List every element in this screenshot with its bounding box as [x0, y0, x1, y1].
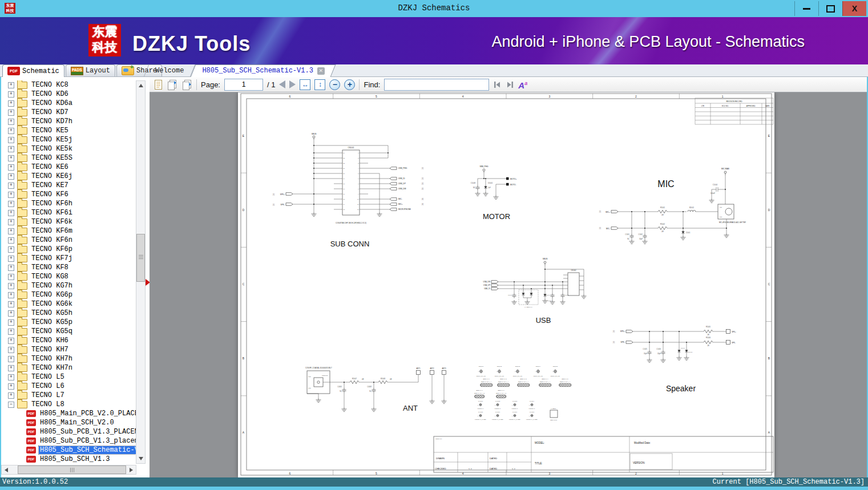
- tree-file-item[interactable]: PDFH805_Sub_SCH_Schematic-V1.3: [1, 446, 136, 455]
- expand-icon[interactable]: +: [8, 283, 14, 289]
- scroll-down-button[interactable]: [136, 454, 145, 463]
- expand-icon[interactable]: +: [8, 164, 14, 171]
- zoom-in-button[interactable]: +: [344, 79, 355, 90]
- expand-icon[interactable]: +: [8, 173, 14, 180]
- folder-icon: [17, 237, 27, 244]
- previous-page-button[interactable]: [279, 80, 285, 88]
- minimize-button[interactable]: [794, 1, 818, 16]
- expand-icon[interactable]: +: [8, 237, 14, 244]
- svg-text:ANT3: ANT3: [442, 367, 446, 370]
- expand-icon[interactable]: +: [8, 201, 14, 207]
- expand-icon[interactable]: +: [8, 338, 14, 344]
- expand-icon[interactable]: +: [8, 374, 14, 380]
- svg-text:20: 20: [344, 173, 345, 174]
- tree-file-item[interactable]: PDFH805_Sub_SCH_V1.3: [1, 455, 136, 464]
- page-input[interactable]: [224, 79, 263, 91]
- pads-icon: PADS: [71, 67, 83, 75]
- next-page-button[interactable]: [289, 80, 296, 88]
- expand-icon[interactable]: +: [8, 329, 14, 335]
- expand-icon[interactable]: +: [8, 137, 14, 143]
- find-previous-icon[interactable]: [493, 81, 502, 88]
- maximize-button[interactable]: [818, 1, 842, 16]
- file-tree[interactable]: +TECNO KC8+TECNO KD6+TECNO KD6a+TECNO KD…: [1, 80, 136, 464]
- sheet-frame: [241, 94, 772, 475]
- arrow-left-icon: [5, 468, 8, 472]
- viewer-canvas[interactable]: 665544332211EEDDCCBBAA REVISION RECORDLT…: [150, 92, 867, 477]
- tree-file-item[interactable]: PDFH805_Sub_PCB_V1.3_placement: [1, 436, 136, 446]
- tab-welcome[interactable]: Welcome: [146, 64, 193, 77]
- scroll-left-button[interactable]: [2, 465, 11, 474]
- svg-text:C1006: C1006: [546, 294, 551, 296]
- expand-icon[interactable]: +: [8, 256, 14, 262]
- panel-symbols-section: DRILL11DRILL_3.0_UPDRILL21DRILL_3.0_UPDR…: [474, 366, 571, 421]
- expand-icon[interactable]: +: [8, 192, 14, 198]
- expand-icon[interactable]: +: [8, 155, 14, 161]
- tree-file-item[interactable]: PDFH805_Sub_PCB_V1.3_PLACEMENT: [1, 427, 136, 436]
- svg-text:100nF: 100nF: [710, 192, 715, 195]
- vertical-scrollbar-thumb[interactable]: [136, 234, 145, 282]
- scroll-right-button[interactable]: [127, 465, 136, 474]
- svg-text:SPK-: SPK-: [281, 204, 285, 206]
- find-next-icon[interactable]: [506, 81, 514, 88]
- expand-icon[interactable]: +: [8, 82, 14, 88]
- prev-doc-page-icon[interactable]: [167, 79, 177, 90]
- expand-icon[interactable]: +: [8, 292, 14, 298]
- svg-text:MIC BIAS: MIC BIAS: [721, 168, 729, 170]
- expand-icon[interactable]: +: [8, 128, 14, 134]
- scroll-up-button[interactable]: [136, 81, 145, 90]
- expand-icon[interactable]: +: [8, 356, 14, 362]
- tab-document-current[interactable]: H805_Sub_SCH_Schematic-V1.3 ✕: [193, 64, 333, 77]
- svg-text:MIC-4P03-M6-BRAK20-A12-GETTBF: MIC-4P03-M6-BRAK20-A12-GETTBF: [719, 221, 746, 224]
- vertical-scrollbar[interactable]: [136, 80, 146, 464]
- svg-text:GND: GND: [308, 387, 311, 388]
- expand-icon[interactable]: +: [8, 146, 14, 152]
- expand-icon[interactable]: +: [8, 210, 14, 216]
- collapse-icon[interactable]: −: [8, 402, 14, 408]
- expand-icon[interactable]: +: [8, 246, 14, 253]
- expand-icon[interactable]: +: [8, 347, 14, 353]
- expand-icon[interactable]: +: [8, 274, 14, 280]
- expand-icon[interactable]: +: [8, 365, 14, 371]
- tree-file-item[interactable]: PDFH805_Main_SCH_V2.0: [1, 418, 136, 427]
- svg-text:1: 1: [722, 95, 724, 98]
- svg-text:MARK1: MARK1: [478, 400, 483, 402]
- expand-icon[interactable]: +: [8, 110, 14, 116]
- expand-icon[interactable]: +: [8, 301, 14, 307]
- tree-file-item[interactable]: PDFH805_Main_PCB_V2.0_PLACEMENT: [1, 409, 136, 418]
- expand-icon[interactable]: +: [8, 100, 14, 107]
- mic-section: MIC MIC BIAS C1004 100nF VDD GND [1] MIC…: [599, 168, 746, 244]
- match-case-icon[interactable]: Aa: [518, 79, 527, 90]
- find-input[interactable]: [384, 79, 489, 91]
- expand-icon[interactable]: +: [8, 219, 14, 225]
- folder-icon: [17, 191, 27, 199]
- tab-layout[interactable]: PADS Layout: [66, 64, 115, 76]
- svg-text:C1026: C1026: [656, 348, 661, 350]
- svg-text:LTR: LTR: [701, 105, 704, 107]
- current-document-text: Current [H805_Sub_SCH_Schematic-V1.3]: [713, 478, 865, 486]
- expand-icon[interactable]: +: [8, 265, 14, 271]
- folder-icon: [17, 301, 27, 308]
- expand-icon[interactable]: +: [8, 319, 14, 326]
- copy-page-icon[interactable]: [154, 79, 163, 90]
- horizontal-scrollbar[interactable]: [1, 465, 136, 475]
- expand-icon[interactable]: +: [8, 228, 14, 234]
- close-button[interactable]: X: [842, 1, 866, 16]
- expand-icon[interactable]: +: [8, 383, 14, 390]
- fit-width-button[interactable]: ↔: [300, 79, 310, 90]
- svg-text:4: 4: [358, 168, 359, 169]
- svg-text:3: 3: [548, 472, 550, 475]
- horizontal-scrollbar-thumb[interactable]: [18, 465, 126, 474]
- svg-text:FIDUCIAL_PANEL: FIDUCIAL_PANEL: [509, 419, 521, 420]
- next-doc-page-icon[interactable]: [181, 79, 192, 90]
- tab-close-icon[interactable]: ✕: [317, 67, 325, 75]
- tree-folder-item[interactable]: −TECNO L8: [1, 400, 136, 409]
- tab-schematic[interactable]: PDF Schematic: [2, 64, 64, 77]
- expand-icon[interactable]: +: [8, 310, 14, 317]
- zoom-out-button[interactable]: −: [329, 79, 340, 90]
- svg-text:0R: 0R: [390, 378, 392, 380]
- expand-icon[interactable]: +: [8, 91, 14, 98]
- expand-icon[interactable]: +: [8, 392, 14, 399]
- expand-icon[interactable]: +: [8, 183, 14, 189]
- fit-page-button[interactable]: ↕: [314, 79, 325, 90]
- expand-icon[interactable]: +: [8, 119, 14, 125]
